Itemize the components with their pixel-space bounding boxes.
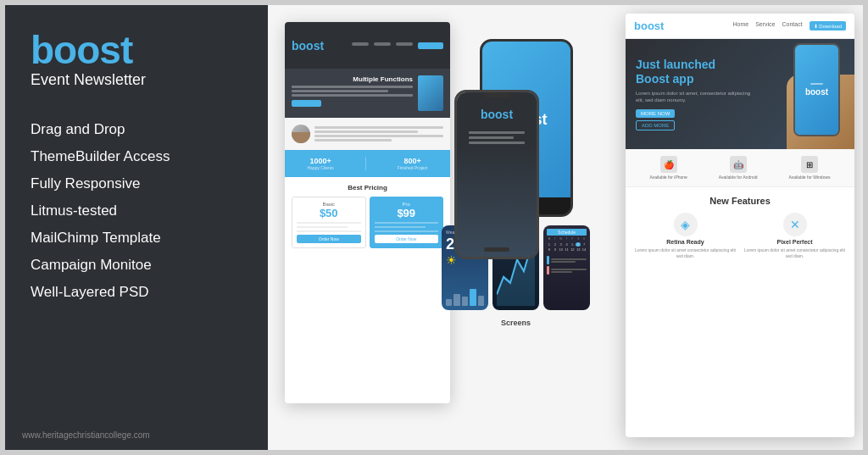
download-icon: ⬇: [814, 24, 818, 29]
phones-mockup: boost boost: [437, 39, 615, 412]
screens-label: Screens: [442, 319, 590, 327]
nm-platforms: 🍎 Available for iPhone 🤖 Available for A…: [626, 149, 854, 187]
feature-item-5: MailChimp Template: [31, 230, 242, 247]
logo-area: boost Event Newsletter: [31, 31, 242, 113]
nm-features-section: New Features ◈ Retina Ready Lorem ipsum …: [626, 187, 854, 267]
nm-platform-ios: 🍎 Available for iPhone: [649, 156, 687, 180]
nm-feature-pixel: ✕ Pixel Perfect Lorem ipsum dolor sit am…: [743, 213, 846, 258]
nm-nav-link-service: Service: [755, 21, 775, 31]
mockup-pricing: Best Pricing Basic $50 Order Now Pro $99: [285, 177, 450, 255]
nm-features-title: New Features: [634, 196, 846, 206]
features-list: Drag and Drop ThemeBuilder Access Fully …: [31, 121, 242, 301]
brand-logo: boost: [31, 31, 242, 69]
feature-item-2: ThemeBuilder Access: [31, 148, 242, 165]
nm-nav-links: Home Service Contact ⬇ Download: [732, 21, 846, 31]
nm-hero-phone: boost: [793, 43, 840, 136]
left-panel: boost Event Newsletter Drag and Drop The…: [5, 5, 268, 450]
mockup-section-title: Multiple Functions: [292, 75, 413, 83]
nm-feature-icon-retina: ◈: [674, 213, 698, 236]
newsletter-mockup-right: boost Home Service Contact ⬇ Download Ju…: [626, 14, 854, 437]
price-1-amount: $50: [297, 207, 361, 219]
feature-item-6: Campaign Monitoe: [31, 257, 242, 274]
nm-hero-title-blue: Boost app: [636, 72, 693, 86]
nm-nav-link-contact: Contact: [782, 21, 803, 31]
newsletter-mockup-left: boost Multiple Functions: [285, 22, 450, 403]
nm-hero-btn-secondary[interactable]: ADD MORE: [636, 120, 675, 130]
nm-hero-phone-container: boost: [768, 39, 844, 149]
nm-feature-icon-pixel: ✕: [783, 213, 807, 236]
mockup-profile: [285, 118, 450, 150]
calendar-screen: Schedule M T W T F S S 1 2: [543, 225, 590, 310]
phone-screen-front: boost: [457, 92, 537, 257]
nm-hero-btn-primary[interactable]: MORE NOW: [636, 109, 675, 118]
nm-nav: boost Home Service Contact ⬇ Download: [626, 14, 854, 39]
feature-item-7: Well-Layered PSD: [31, 284, 242, 301]
stat-1-num: 1000+: [309, 157, 331, 165]
feature-item-3: Fully Responsive: [31, 175, 242, 192]
website-url: www.heritagechristiancollege.com: [22, 430, 150, 440]
nm-platform-icon-ios: 🍎: [660, 156, 677, 173]
nm-feature-title-pixel: Pixel Perfect: [776, 239, 812, 245]
nm-hero-text: Just launched Boost app Lorem ipsum dolo…: [636, 58, 760, 130]
nm-platform-icon-android: 🤖: [730, 156, 747, 173]
mockup-stats: 1000+ Happy Clients 800+ Finished Projec…: [285, 150, 450, 177]
nm-hero-phone-screen: boost: [795, 45, 838, 135]
nm-platform-windows: ⊞ Available for Windows: [788, 156, 830, 180]
nm-nav-link-home: Home: [732, 21, 748, 31]
price-2-amount: $99: [375, 207, 439, 219]
brand-subtitle: Event Newsletter: [31, 71, 242, 89]
nm-platform-text-android: Available for Android: [719, 175, 758, 180]
nm-hero-desc: Lorem ipsum dolor sit amet, consectetur …: [636, 90, 760, 104]
feature-item-1: Drag and Drop: [31, 121, 242, 138]
price-card-2: Pro $99 Order Now: [370, 197, 444, 248]
pricing-title: Best Pricing: [292, 184, 443, 191]
nm-hero-title: Just launched Boost app: [636, 58, 760, 86]
main-container: boost Event Newsletter Drag and Drop The…: [0, 0, 868, 455]
nm-feature-title-retina: Retina Ready: [666, 239, 704, 245]
nm-feature-retina: ◈ Retina Ready Lorem ipsum dolor sit ame…: [634, 213, 737, 258]
price-card-1: Basic $50 Order Now: [292, 197, 366, 248]
nm-platform-text-ios: Available for iPhone: [649, 175, 687, 180]
stat-1-label: Happy Clients: [308, 165, 334, 170]
phone-front-logo: boost: [481, 108, 513, 121]
feature-item-4: Litmus-tested: [31, 203, 242, 219]
stat-2-label: Finished Project: [398, 165, 428, 170]
right-panel: boost Multiple Functions: [268, 5, 863, 450]
nm-feature-desc-retina: Lorem ipsum dolor sit amet consectetur a…: [634, 247, 737, 258]
nm-platform-android: 🤖 Available for Android: [719, 156, 758, 180]
nm-hero-phone-logo: boost: [805, 87, 828, 97]
mockup-functions: Multiple Functions: [285, 69, 450, 118]
nm-platform-icon-windows: ⊞: [801, 156, 818, 173]
nm-platform-text-windows: Available for Windows: [788, 175, 830, 180]
nm-nav-logo: boost: [634, 19, 664, 32]
nm-hero-btns: MORE NOW ADD MORE: [636, 109, 760, 130]
mockup-header: boost: [285, 22, 450, 69]
mockup-logo: boost: [292, 39, 324, 53]
nm-feature-desc-pixel: Lorem ipsum dolor sit amet consectetur a…: [743, 247, 846, 258]
nm-hero: Just launched Boost app Lorem ipsum dolo…: [626, 39, 854, 149]
nm-features-grid: ◈ Retina Ready Lorem ipsum dolor sit ame…: [634, 213, 846, 258]
phone-front: boost: [454, 90, 539, 259]
nm-nav-btn-download[interactable]: ⬇ Download: [810, 21, 846, 31]
stat-2-num: 800+: [403, 157, 420, 165]
